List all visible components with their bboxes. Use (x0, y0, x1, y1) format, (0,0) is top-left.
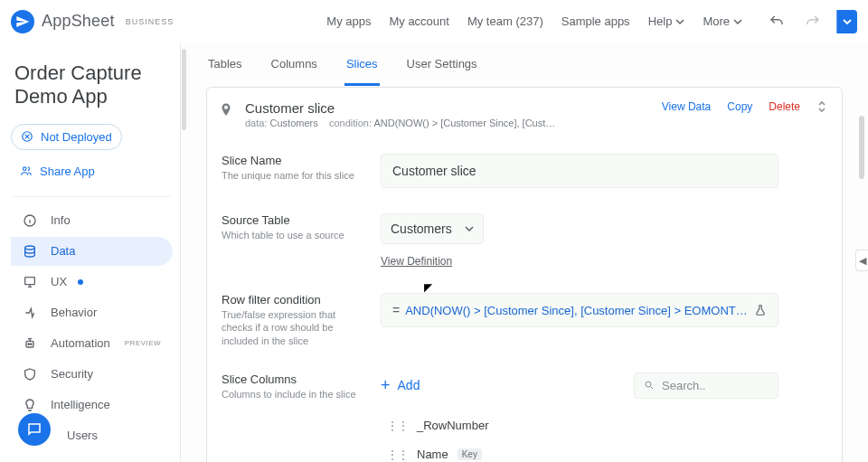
sidenav-ux[interactable]: UX (11, 268, 173, 297)
nav-my-account[interactable]: My account (389, 14, 448, 28)
ux-dot-indicator (78, 279, 83, 285)
tab-tables[interactable]: Tables (206, 44, 244, 86)
redo-button (800, 9, 826, 34)
plus-icon: + (381, 376, 391, 395)
app-title: Order Capture Demo App (14, 61, 169, 109)
save-button[interactable]: SAVE (836, 10, 857, 33)
reorder-icon[interactable] (816, 100, 827, 113)
ux-icon (22, 275, 38, 289)
search-icon (644, 380, 655, 391)
drag-handle-icon[interactable]: ⋮⋮ (386, 419, 408, 433)
svg-point-6 (28, 344, 29, 344)
drag-handle-icon[interactable]: ⋮⋮ (386, 448, 408, 462)
panel-title: Customer slice (245, 100, 651, 116)
deploy-icon (21, 130, 33, 143)
appsheet-logo (11, 10, 34, 33)
tab-columns[interactable]: Columns (269, 44, 319, 86)
behavior-icon (22, 306, 38, 320)
undo-button[interactable] (764, 9, 789, 34)
sidenav-automation[interactable]: AutomationPREVIEW (11, 329, 173, 358)
data-icon (22, 244, 38, 259)
nav-sample-apps[interactable]: Sample apps (561, 14, 630, 28)
view-definition-link[interactable]: View Definition (381, 255, 452, 268)
side-expand-tab[interactable]: ◀ (855, 250, 868, 271)
tab-user-settings[interactable]: User Settings (405, 44, 479, 86)
row-filter-input[interactable]: = AND(NOW() > [Customer Since], [Custome… (381, 293, 778, 327)
sidenav-info[interactable]: Info (11, 206, 173, 235)
brand-tier: BUSINESS (126, 17, 175, 26)
slice-columns-label: Slice Columns (222, 372, 366, 386)
sidenav-behavior[interactable]: Behavior (11, 298, 173, 327)
key-badge: Key (458, 448, 482, 460)
pin-icon (218, 100, 234, 118)
not-deployed-pill[interactable]: Not Deployed (11, 124, 122, 150)
view-data-link[interactable]: View Data (662, 100, 711, 113)
svg-point-3 (25, 246, 35, 250)
info-icon (22, 213, 38, 228)
sidenav-security[interactable]: Security (11, 360, 173, 389)
nav-more[interactable]: More (703, 14, 742, 28)
slice-name-label: Slice Name (222, 154, 366, 167)
column-search-input[interactable]: Search.. (634, 372, 778, 399)
chat-icon (26, 421, 42, 438)
brand-name: AppSheet (42, 12, 115, 31)
slice-panel: Customer slice data: Customers condition… (206, 87, 843, 462)
add-column-button[interactable]: + Add (381, 376, 420, 395)
nav-help[interactable]: Help (648, 14, 685, 28)
chevron-down-icon (843, 17, 852, 26)
delete-link[interactable]: Delete (769, 100, 800, 113)
tab-slices[interactable]: Slices (344, 44, 380, 86)
nav-my-apps[interactable]: My apps (326, 14, 371, 28)
main-scrollbar[interactable] (181, 43, 188, 462)
row-filter-label: Row filter condition (222, 293, 366, 306)
source-table-select[interactable]: Customers (381, 213, 484, 244)
source-table-label: Source Table (222, 213, 366, 227)
flask-icon[interactable] (754, 304, 767, 316)
chat-fab[interactable] (18, 413, 51, 446)
slice-name-input[interactable]: Customer slice (381, 154, 778, 188)
sidenav-data[interactable]: Data (11, 237, 173, 266)
panel-subtitle: data: Customers condition: AND(NOW() > [… (245, 118, 651, 128)
intelligence-icon (22, 398, 38, 412)
automation-icon (22, 336, 38, 351)
chevron-down-icon (733, 17, 742, 26)
save-dropdown[interactable] (836, 10, 857, 33)
panel-scrollbar[interactable] (859, 116, 864, 179)
svg-rect-4 (25, 277, 35, 284)
share-icon (20, 165, 33, 177)
column-item[interactable]: ⋮⋮ Name Key (381, 440, 778, 462)
svg-point-1 (24, 167, 27, 171)
chevron-down-icon (465, 224, 474, 233)
nav-my-team[interactable]: My team (237) (467, 14, 543, 28)
security-icon (22, 367, 38, 382)
chevron-down-icon (675, 17, 684, 26)
svg-point-7 (31, 344, 32, 344)
svg-point-9 (646, 382, 651, 387)
column-item[interactable]: ⋮⋮ _RowNumber (381, 411, 778, 440)
share-app-button[interactable]: Share App (11, 159, 104, 184)
copy-link[interactable]: Copy (727, 100, 752, 113)
